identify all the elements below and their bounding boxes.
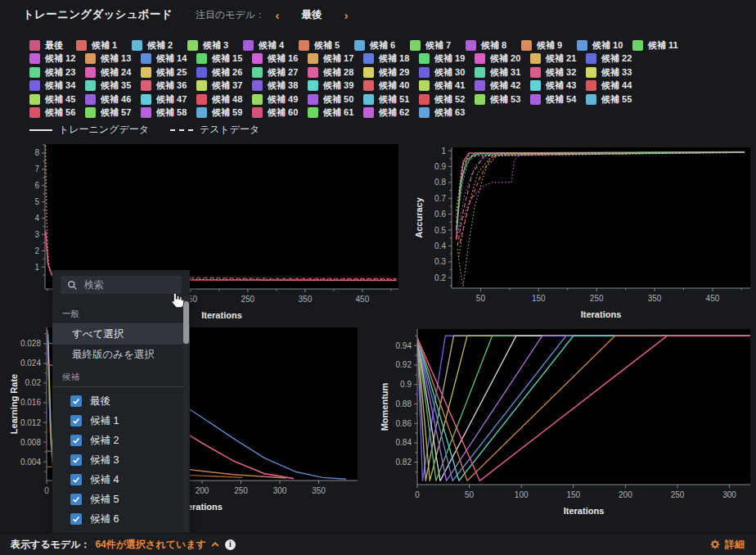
legend-train: トレーニングデータ <box>29 123 149 137</box>
legend-item[interactable]: 候補 22 <box>586 52 641 65</box>
model-option[interactable]: 候補 5 <box>52 490 190 509</box>
detail-button[interactable]: 詳細 <box>709 538 745 552</box>
legend-item[interactable]: 候補 14 <box>141 52 196 65</box>
legend-item[interactable]: 候補 21 <box>530 52 586 65</box>
legend-item[interactable]: 候補 57 <box>85 106 141 119</box>
model-option[interactable]: 候補 1 <box>52 411 190 431</box>
legend-item[interactable]: 候補 8 <box>466 39 521 52</box>
legend-item[interactable]: 候補 39 <box>308 79 363 92</box>
legend-item[interactable]: 候補 12 <box>29 52 85 65</box>
legend-item[interactable]: 候補 52 <box>419 93 475 106</box>
legend-item[interactable]: 候補 27 <box>252 66 308 79</box>
info-icon[interactable]: i <box>225 539 236 550</box>
legend-item[interactable]: 候補 60 <box>252 106 308 119</box>
legend-item[interactable]: 候補 17 <box>308 52 363 65</box>
legend-item[interactable]: 候補 7 <box>410 39 466 52</box>
legend-item[interactable]: 候補 43 <box>530 79 586 92</box>
legend-item[interactable]: 候補 18 <box>363 52 419 65</box>
legend-item[interactable]: 候補 25 <box>141 66 196 79</box>
legend-item[interactable]: 候補 31 <box>475 66 530 79</box>
legend-item[interactable]: 候補 36 <box>141 79 196 92</box>
legend-item-label: 候補 52 <box>434 93 465 106</box>
search-box[interactable] <box>61 276 182 294</box>
legend-item-label: 候補 2 <box>147 39 173 52</box>
legend-item[interactable]: 候補 5 <box>299 39 354 52</box>
model-option-label: 候補 6 <box>90 512 119 526</box>
legend-item[interactable]: 候補 49 <box>252 93 308 106</box>
checkbox-checked[interactable] <box>70 474 82 485</box>
momentum-chart[interactable]: 0.820.840.860.880.90.920.940501001502002… <box>378 323 756 522</box>
legend-item[interactable]: 候補 51 <box>363 93 419 106</box>
legend-item[interactable]: 候補 42 <box>475 79 530 92</box>
legend-item[interactable]: 候補 30 <box>419 66 475 79</box>
legend-item[interactable]: 候補 20 <box>475 52 530 65</box>
legend-item[interactable]: 候補 45 <box>29 93 85 106</box>
checkbox-checked[interactable] <box>70 454 82 466</box>
legend-item[interactable]: 候補 6 <box>354 39 410 52</box>
model-option[interactable]: 候補 3 <box>52 450 190 470</box>
legend-item[interactable]: 候補 41 <box>419 79 475 92</box>
legend-item[interactable]: 候補 61 <box>308 106 363 119</box>
legend-item[interactable]: 候補 4 <box>243 39 299 52</box>
check-icon <box>72 515 80 523</box>
prev-model-arrow-icon[interactable]: ‹ <box>265 8 290 22</box>
legend-item[interactable]: 最後 <box>29 39 76 52</box>
legend-item[interactable]: 候補 34 <box>29 79 85 92</box>
legend-item[interactable]: 候補 13 <box>85 52 141 65</box>
legend-item[interactable]: 候補 56 <box>29 106 85 119</box>
legend-item[interactable]: 候補 33 <box>586 66 641 79</box>
legend-item[interactable]: 候補 59 <box>196 106 252 119</box>
legend-item[interactable]: 候補 28 <box>308 66 363 79</box>
checkbox-checked[interactable] <box>70 395 82 407</box>
search-input[interactable] <box>83 278 175 291</box>
checkbox-checked[interactable] <box>70 513 82 525</box>
legend-item[interactable]: 候補 50 <box>308 93 363 106</box>
legend-item[interactable]: 候補 1 <box>76 39 132 52</box>
legend-item[interactable]: 候補 46 <box>85 93 141 106</box>
model-option[interactable]: 候補 6 <box>52 509 190 529</box>
svg-text:0.3: 0.3 <box>434 257 446 266</box>
model-option[interactable]: 候補 2 <box>52 431 190 450</box>
legend-item[interactable]: 候補 24 <box>85 66 141 79</box>
legend-item[interactable]: 候補 53 <box>475 93 530 106</box>
legend-item[interactable]: 候補 62 <box>363 106 419 119</box>
next-model-arrow-icon[interactable]: › <box>334 8 358 22</box>
legend-item[interactable]: 候補 44 <box>586 79 641 92</box>
checkbox-checked[interactable] <box>70 435 82 446</box>
legend-item[interactable]: 候補 40 <box>363 79 419 92</box>
legend-item[interactable]: 候補 35 <box>85 79 141 92</box>
legend-item[interactable]: 候補 32 <box>530 66 586 79</box>
model-legend: 最後候補 1候補 2候補 3候補 4候補 5候補 6候補 7候補 8候補 9候補… <box>29 38 733 120</box>
checkbox-checked[interactable] <box>70 415 82 426</box>
selection-count[interactable]: 64件が選択されています <box>95 538 205 552</box>
legend-item[interactable]: 候補 37 <box>196 79 252 92</box>
accuracy-chart[interactable]: 0.20.30.40.50.60.70.80.9150150250350450I… <box>412 141 756 326</box>
legend-swatch-icon <box>586 94 596 105</box>
legend-swatch-icon <box>419 94 430 105</box>
model-option[interactable]: 候補 4 <box>52 470 190 490</box>
legend-item[interactable]: 候補 47 <box>141 93 196 106</box>
legend-item[interactable]: 候補 3 <box>187 39 243 52</box>
legend-item[interactable]: 候補 54 <box>530 93 586 106</box>
legend-item[interactable]: 候補 16 <box>252 52 308 65</box>
select-all-item[interactable]: すべて選択 <box>52 324 190 345</box>
chevron-up-icon[interactable] <box>210 540 220 548</box>
model-option[interactable]: 最後 <box>52 391 190 411</box>
legend-item[interactable]: 候補 10 <box>577 39 632 52</box>
legend-item[interactable]: 候補 63 <box>419 106 475 119</box>
legend-item[interactable]: 候補 19 <box>419 52 475 65</box>
legend-item[interactable]: 候補 48 <box>196 93 252 106</box>
legend-item[interactable]: 候補 29 <box>363 66 419 79</box>
checkbox-checked[interactable] <box>70 494 82 505</box>
legend-item[interactable]: 候補 23 <box>29 66 85 79</box>
legend-item[interactable]: 候補 9 <box>521 39 577 52</box>
scrollbar-thumb[interactable] <box>183 301 189 344</box>
legend-item[interactable]: 候補 26 <box>196 66 252 79</box>
legend-item[interactable]: 候補 11 <box>632 39 688 52</box>
legend-item[interactable]: 候補 38 <box>252 79 308 92</box>
legend-item[interactable]: 候補 58 <box>141 106 196 119</box>
select-final-only-item[interactable]: 最終版のみを選択 <box>52 345 190 365</box>
legend-item[interactable]: 候補 15 <box>196 52 252 65</box>
legend-item[interactable]: 候補 2 <box>132 39 187 52</box>
legend-item[interactable]: 候補 55 <box>586 93 641 106</box>
